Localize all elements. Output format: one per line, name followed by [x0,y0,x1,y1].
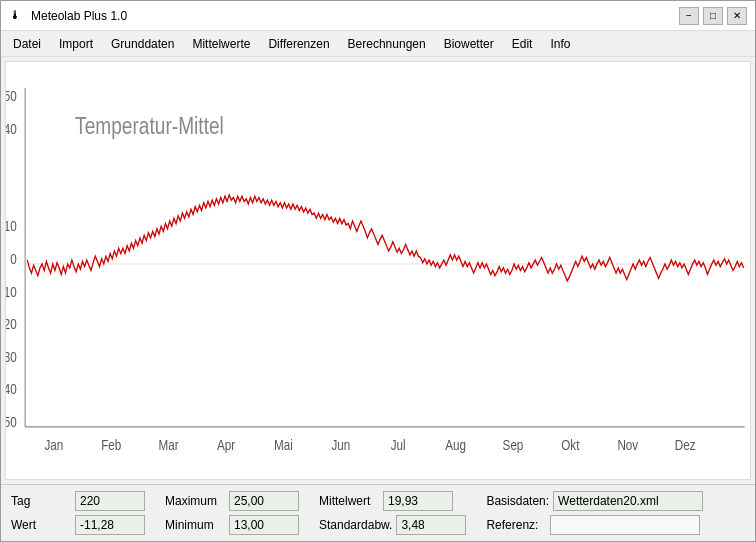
svg-text:Aug: Aug [445,437,466,453]
svg-text:-30: -30 [6,349,17,365]
svg-text:-40: -40 [6,381,17,397]
maximum-label: Maximum [165,494,225,508]
svg-text:0: 0 [10,251,16,267]
svg-text:-10: -10 [6,283,17,299]
basisdaten-input[interactable] [553,491,703,511]
fields-col-4: Basisdaten: Referenz: [486,491,703,535]
svg-text:Apr: Apr [217,437,236,453]
mittelwert-label: Mittelwert [319,494,379,508]
menu-grunddaten[interactable]: Grunddaten [103,34,182,54]
menu-biowetter[interactable]: Biowetter [436,34,502,54]
wert-label: Wert [11,518,71,532]
app-icon: 🌡 [9,8,25,24]
maximize-button[interactable]: □ [703,7,723,25]
menu-import[interactable]: Import [51,34,101,54]
svg-text:40: 40 [6,121,17,137]
tag-label: Tag [11,494,71,508]
temperature-chart: Temperatur-Mittel 50 40 10 0 -10 -20 -30… [6,62,750,479]
svg-text:-20: -20 [6,316,17,332]
bottom-panel: Tag Wert Maximum Minimum Mittelwert [1,484,755,541]
svg-text:Feb: Feb [101,437,121,453]
svg-text:Mai: Mai [274,437,293,453]
close-button[interactable]: ✕ [727,7,747,25]
chart-container: Temperatur-Mittel 50 40 10 0 -10 -20 -30… [6,62,750,479]
svg-text:-50: -50 [6,414,17,430]
basisdaten-group: Basisdaten: [486,491,703,511]
basisdaten-label: Basisdaten: [486,494,549,508]
standardabw-input[interactable] [396,515,466,535]
svg-text:10: 10 [6,218,17,234]
menu-edit[interactable]: Edit [504,34,541,54]
minimize-button[interactable]: − [679,7,699,25]
referenz-input[interactable] [550,515,700,535]
referenz-label: Referenz: [486,518,546,532]
maximum-input[interactable] [229,491,299,511]
wert-group: Wert [11,515,145,535]
menu-mittelwerte[interactable]: Mittelwerte [184,34,258,54]
window-title: Meteolab Plus 1.0 [31,9,127,23]
maximum-group: Maximum [165,491,299,511]
menu-berechnungen[interactable]: Berechnungen [340,34,434,54]
menu-differenzen[interactable]: Differenzen [260,34,337,54]
main-window: 🌡 Meteolab Plus 1.0 − □ ✕ Datei Import G… [0,0,756,542]
svg-text:Sep: Sep [503,437,524,453]
fields-col-3: Mittelwert Standardabw. [319,491,466,535]
chart-area: Temperatur-Mittel 50 40 10 0 -10 -20 -30… [5,61,751,480]
svg-text:Jan: Jan [44,437,63,453]
tag-input[interactable] [75,491,145,511]
standardabw-group: Standardabw. [319,515,466,535]
svg-text:Nov: Nov [617,437,638,453]
wert-input[interactable] [75,515,145,535]
svg-text:Dez: Dez [675,437,696,453]
tag-group: Tag [11,491,145,511]
referenz-group: Referenz: [486,515,703,535]
title-controls: − □ ✕ [679,7,747,25]
menu-bar: Datei Import Grunddaten Mittelwerte Diff… [1,31,755,57]
svg-text:Okt: Okt [561,437,579,453]
svg-text:Jun: Jun [331,437,350,453]
menu-datei[interactable]: Datei [5,34,49,54]
minimum-group: Minimum [165,515,299,535]
mittelwert-input[interactable] [383,491,453,511]
title-bar-left: 🌡 Meteolab Plus 1.0 [9,8,127,24]
minimum-label: Minimum [165,518,225,532]
minimum-input[interactable] [229,515,299,535]
svg-text:Mar: Mar [159,437,180,453]
fields-col-1: Tag Wert [11,491,145,535]
fields-col-2: Maximum Minimum [165,491,299,535]
menu-info[interactable]: Info [542,34,578,54]
mittelwert-group: Mittelwert [319,491,466,511]
title-bar: 🌡 Meteolab Plus 1.0 − □ ✕ [1,1,755,31]
svg-text:Temperatur-Mittel: Temperatur-Mittel [75,113,224,139]
svg-text:Jul: Jul [391,437,406,453]
svg-text:50: 50 [6,88,17,104]
standardabw-label: Standardabw. [319,518,392,532]
